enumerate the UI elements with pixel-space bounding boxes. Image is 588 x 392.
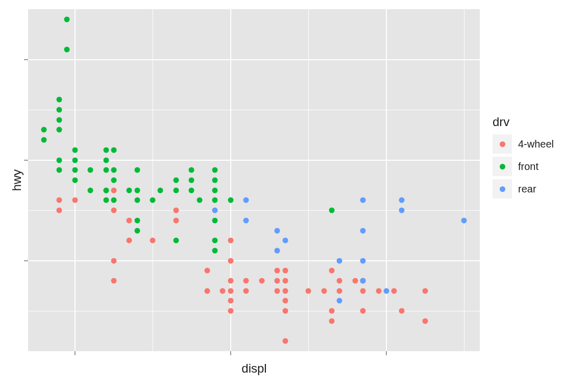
data-point (204, 288, 210, 293)
data-point (72, 178, 78, 183)
x-tick (75, 351, 75, 355)
data-point (57, 157, 62, 163)
data-point (189, 187, 194, 193)
legend: drv 4-wheelfrontrear (493, 115, 554, 202)
grid-h-minor (28, 311, 480, 311)
data-point (173, 187, 179, 193)
data-point (228, 258, 233, 263)
data-point (383, 288, 389, 293)
data-point (111, 187, 116, 193)
data-point (337, 288, 342, 293)
data-point (57, 117, 62, 122)
data-point (306, 288, 311, 293)
data-point (111, 167, 116, 173)
data-point (57, 208, 62, 213)
x-tick (230, 351, 231, 355)
data-point (337, 278, 342, 284)
data-point (197, 198, 202, 203)
legend-title: drv (493, 115, 554, 129)
data-point (103, 187, 109, 193)
data-point (103, 147, 109, 153)
data-point (360, 308, 366, 314)
legend-key (493, 134, 512, 154)
x-axis-label: displ (241, 361, 266, 376)
data-point (282, 308, 288, 314)
data-point (41, 137, 46, 143)
data-point (173, 208, 179, 213)
data-point (282, 278, 288, 284)
data-point (423, 318, 428, 324)
data-point (212, 187, 218, 193)
y-tick (24, 59, 28, 60)
data-point (127, 187, 132, 193)
data-point (57, 198, 62, 203)
data-point (57, 167, 62, 173)
data-point (282, 338, 288, 344)
data-point (173, 238, 179, 243)
data-point (103, 167, 109, 173)
plot-panel (28, 9, 480, 351)
data-point (399, 198, 405, 203)
grid-v-major (386, 9, 387, 351)
data-point (337, 298, 342, 304)
data-point (228, 298, 233, 304)
data-point (399, 208, 405, 213)
data-point (57, 97, 62, 103)
data-point (111, 147, 116, 153)
legend-key (493, 179, 512, 199)
data-point (212, 198, 218, 203)
legend-key (493, 157, 512, 176)
legend-dot-icon (500, 141, 505, 147)
data-point (212, 217, 218, 223)
y-axis-label: hwy (10, 169, 24, 191)
data-point (134, 198, 140, 203)
data-point (275, 268, 280, 274)
data-point (329, 208, 335, 213)
grid-v-minor (464, 9, 464, 351)
data-point (360, 258, 366, 263)
data-point (321, 288, 327, 293)
data-point (212, 167, 218, 173)
legend-label: rear (518, 183, 536, 195)
legend-item: 4-wheel (493, 134, 554, 154)
grid-h-major (28, 160, 480, 161)
data-point (111, 178, 116, 183)
data-point (282, 268, 288, 274)
legend-dot-icon (500, 164, 505, 169)
data-point (275, 228, 280, 233)
data-point (228, 288, 233, 293)
data-point (243, 198, 249, 203)
data-point (282, 238, 288, 243)
data-point (204, 268, 210, 274)
legend-dot-icon (500, 186, 505, 192)
data-point (212, 238, 218, 243)
x-tick (386, 351, 386, 355)
grid-v-minor (308, 9, 309, 351)
data-point (72, 167, 78, 173)
data-point (212, 178, 218, 183)
data-point (282, 298, 288, 304)
data-point (399, 308, 405, 314)
data-point (243, 278, 249, 284)
data-point (111, 258, 116, 263)
data-point (337, 258, 342, 263)
data-point (228, 278, 233, 284)
grid-h-major (28, 260, 480, 261)
data-point (212, 208, 218, 213)
legend-item: rear (493, 179, 554, 199)
data-point (111, 198, 116, 203)
data-point (329, 268, 335, 274)
data-point (259, 278, 264, 284)
data-point (360, 278, 366, 284)
data-point (64, 46, 70, 52)
data-point (134, 187, 140, 193)
data-point (228, 308, 233, 314)
data-point (57, 107, 62, 113)
data-point (329, 318, 335, 324)
data-point (173, 217, 179, 223)
data-point (134, 217, 140, 223)
data-point (228, 198, 233, 203)
scatter-chart: hwy displ drv 4-wheelfrontrear (0, 0, 588, 392)
data-point (461, 217, 467, 223)
data-point (243, 288, 249, 293)
